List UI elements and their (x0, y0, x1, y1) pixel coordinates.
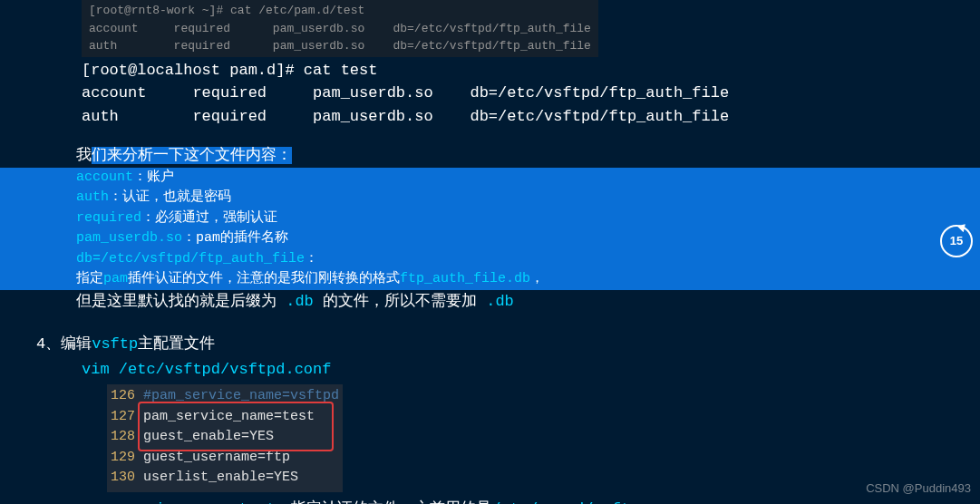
analysis-intro: 我们来分析一下这个文件内容： (76, 144, 980, 168)
dim-row: auth required pam_userdb.so db=/etc/vsft… (89, 37, 591, 55)
dim-row: account required pam_userdb.so db=/etc/v… (89, 20, 591, 38)
analysis-required: required：必须通过，强制认证 (76, 208, 962, 229)
analysis-db: db=/etc/vsftpd/ftp_auth_file： (76, 249, 962, 270)
section4-title: 4、编辑vsftp主配置文件 (36, 333, 980, 356)
code-line-129: 129 guest_username=ftp (111, 448, 339, 469)
vim-command: vim /etc/vsftpd/vsftpd.conf (82, 358, 980, 382)
analysis-note1: 指定pam插件认证的文件，注意的是我们刚转换的格式ftp_auth_file.d… (76, 269, 962, 290)
code-line-130: 130 userlist_enable=YES (111, 468, 339, 489)
analysis-note2: 但是这里默认找的就是后缀为 .db 的文件，所以不需要加 .db (76, 290, 980, 314)
analysis-auth: auth：认证，也就是密码 (76, 188, 962, 208)
highlight-block: account：账户 auth：认证，也就是密码 required：必须通过，强… (0, 168, 980, 290)
bottom-explain: pam_service_name=test：指定认证的文件，之前用的是/etc/… (82, 498, 980, 505)
code-line-127: 127 pam_service_name=test (111, 407, 339, 428)
code-snippet: 126 #pam_service_name=vsftpd 127 pam_ser… (107, 384, 343, 492)
skip-forward-icon[interactable]: 15 (940, 225, 973, 257)
main-prompt: [root@localhost pam.d]# cat test (82, 59, 980, 82)
code-line-128: 128 guest_enable=YES (111, 427, 339, 448)
analysis-block: 我们来分析一下这个文件内容： (76, 144, 980, 168)
bottom-line-1: pam_service_name=test：指定认证的文件，之前用的是/etc/… (82, 498, 980, 505)
terminal-document: [root@rnt8-work ~]# cat /etc/pam.d/test … (0, 0, 980, 504)
dim-terminal-block: [root@rnt8-work ~]# cat /etc/pam.d/test … (82, 0, 598, 57)
code-line-126: 126 #pam_service_name=vsftpd (111, 386, 339, 407)
dim-prompt: [root@rnt8-work ~]# cat /etc/pam.d/test (89, 2, 591, 20)
watermark: CSDN @Puddin493 (866, 480, 971, 498)
main-row: account required pam_userdb.so db=/etc/v… (82, 82, 980, 105)
main-row: auth required pam_userdb.so db=/etc/vsft… (82, 105, 980, 129)
analysis-pam-userdb: pam_userdb.so：pam的插件名称 (76, 228, 962, 249)
analysis-account: account：账户 (76, 168, 962, 189)
